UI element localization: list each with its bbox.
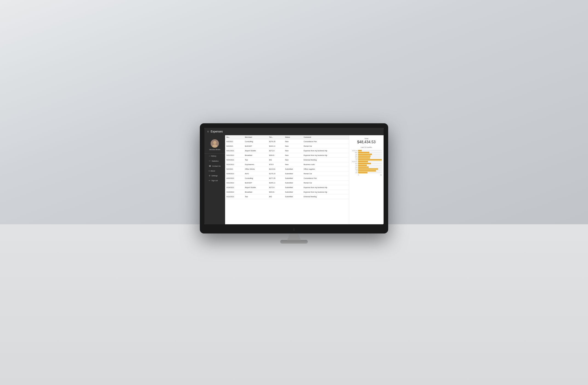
table-row[interactable]: 4/19/2021 Airport Shuttle $272.8 Submitt… bbox=[225, 185, 349, 190]
sidebar: Veronica Brown ○History〜Statistics☎Conta… bbox=[204, 135, 225, 224]
bar-track bbox=[358, 161, 382, 162]
cell-comment: Business suits bbox=[302, 162, 349, 167]
sidebar-label-about: About bbox=[210, 170, 215, 172]
bar-fill bbox=[358, 150, 362, 151]
cell-total: $175.15 bbox=[268, 171, 284, 176]
bar-row: Mar bbox=[351, 155, 382, 157]
table-row[interactable]: 5/12/2021 Drycleaners $79.9 New Business… bbox=[225, 162, 349, 167]
bar-label: Feb bbox=[351, 157, 357, 159]
bar-fill bbox=[358, 154, 372, 155]
app-title: Expenses bbox=[211, 130, 223, 133]
bar-label: May bbox=[351, 152, 357, 153]
top-bar: ≡ Expenses bbox=[204, 128, 384, 135]
cell-status: Submitted bbox=[284, 171, 302, 176]
cell-date: 4/21/2021 bbox=[225, 181, 243, 185]
bar-fill bbox=[358, 155, 371, 157]
cell-status: Submitted bbox=[284, 167, 302, 171]
bar-row: Nov bbox=[351, 163, 382, 164]
cell-merchant: AVIS bbox=[243, 171, 268, 176]
cell-comment: External Meeting bbox=[302, 158, 349, 162]
table-section[interactable]: Da...MerchantTot...StatusComment 6/3/202… bbox=[225, 135, 349, 224]
bar-label: 2019 Dec bbox=[351, 161, 357, 162]
bar-track bbox=[358, 154, 382, 155]
cell-status: Submitted bbox=[284, 176, 302, 181]
cell-status: New bbox=[284, 139, 302, 144]
cell-merchant: Airport Shuttle bbox=[243, 185, 268, 190]
cell-comment: Expense from my business trip bbox=[302, 190, 349, 194]
bar-track bbox=[358, 152, 382, 153]
sidebar-item-about[interactable]: ℹAbout bbox=[207, 168, 222, 173]
main-content: Da...MerchantTot...StatusComment 6/3/202… bbox=[225, 135, 384, 224]
cell-merchant: BUDGET bbox=[243, 181, 268, 185]
cell-total: $79.9 bbox=[268, 162, 284, 167]
bar-row: Oct bbox=[351, 165, 382, 166]
table-row[interactable]: 4/22/2021 Consulting $277.35 Submitted C… bbox=[225, 176, 349, 181]
sidebar-item-settings[interactable]: ⚙Settings bbox=[207, 173, 222, 178]
cell-date: 4/19/2021 bbox=[225, 190, 243, 194]
table-row[interactable]: 4/19/2021 Breakfast $29.61 Submitted Exp… bbox=[225, 190, 349, 194]
cell-date: 5/24/2021 bbox=[225, 158, 243, 162]
bar-row: Jun bbox=[351, 172, 382, 173]
user-name: Veronica Brown bbox=[209, 148, 220, 151]
bar-fill bbox=[358, 170, 376, 171]
bar-row: Sep bbox=[351, 166, 382, 168]
cell-merchant: Consulting bbox=[243, 139, 268, 144]
bar-track bbox=[358, 155, 382, 157]
table-row[interactable]: 5/24/2021 Taxi $41 New External Meeting bbox=[225, 158, 349, 162]
bar-track bbox=[358, 168, 382, 170]
cell-merchant: Taxi bbox=[243, 158, 268, 162]
menu-icon[interactable]: ≡ bbox=[207, 130, 209, 133]
bar-fill bbox=[358, 161, 368, 162]
bar-label: Mar bbox=[351, 155, 357, 157]
cell-merchant: Breakfast bbox=[243, 190, 268, 194]
signout-icon: ↩ bbox=[209, 180, 210, 182]
bar-label: Jun bbox=[351, 172, 357, 173]
cell-merchant: Airport Shuttle bbox=[243, 148, 268, 153]
cell-date: 5/31/2021 bbox=[225, 148, 243, 153]
bar-row: Jan bbox=[351, 159, 382, 161]
table-row[interactable]: 4/12/2021 Taxi $42 Submitted External Me… bbox=[225, 194, 349, 199]
cell-merchant: Taxi bbox=[243, 194, 268, 199]
bar-fill bbox=[358, 168, 378, 170]
cell-total: $29.61 bbox=[268, 190, 284, 194]
cell-date: 4/29/2021 bbox=[225, 171, 243, 176]
cell-status: Submitted bbox=[284, 190, 302, 194]
bar-track bbox=[358, 170, 382, 171]
cell-merchant: BUDGET bbox=[243, 144, 268, 148]
bar-track bbox=[358, 166, 382, 168]
cell-status: New bbox=[284, 158, 302, 162]
table-row[interactable]: 6/2/2021 BUDGET $244.11 New Rental Car bbox=[225, 144, 349, 148]
cell-comment: External Meeting bbox=[302, 194, 349, 199]
bar-chart: 2019 Jun May Apr Mar Feb Jan 2019 Dec bbox=[351, 150, 382, 173]
contact-icon: ☎ bbox=[209, 165, 211, 167]
cell-total: $277.35 bbox=[268, 176, 284, 181]
bar-row: 2019 Dec bbox=[351, 161, 382, 162]
cell-merchant: Consulting bbox=[243, 176, 268, 181]
sidebar-label-history: History bbox=[211, 155, 216, 157]
bar-fill bbox=[358, 152, 369, 153]
svg-point-1 bbox=[213, 141, 216, 144]
cell-total: $272.8 bbox=[268, 185, 284, 190]
table-row[interactable]: 5/31/2021 Breakfast $28.61 New Expense f… bbox=[225, 153, 349, 158]
table-row[interactable]: 4/21/2021 BUDGET $245.11 Submitted Renta… bbox=[225, 181, 349, 185]
table-row[interactable]: 5/2/2021 Office Works $213.81 Submitted … bbox=[225, 167, 349, 171]
bar-label: Apr bbox=[351, 154, 357, 155]
sidebar-label-statistics: Statistics bbox=[211, 160, 218, 162]
col-header-tot: Tot... bbox=[268, 135, 284, 139]
sidebar-item-signout[interactable]: ↩Sign out bbox=[207, 178, 222, 183]
monitor-stand bbox=[287, 233, 301, 240]
bar-label: Sep bbox=[351, 166, 357, 168]
table-row[interactable]: 6/3/2021 Consulting $276.35 New Consulta… bbox=[225, 139, 349, 144]
cell-date: 6/3/2021 bbox=[225, 139, 243, 144]
sidebar-item-history[interactable]: ○History bbox=[207, 154, 222, 158]
cell-total: $244.11 bbox=[268, 144, 284, 148]
bar-label: Aug bbox=[351, 168, 357, 170]
sidebar-item-contact[interactable]: ☎Contact Us bbox=[207, 164, 222, 168]
table-row[interactable]: 4/29/2021 AVIS $175.15 Submitted Rental … bbox=[225, 171, 349, 176]
desk bbox=[0, 224, 588, 385]
table-row[interactable]: 5/31/2021 Airport Shuttle $271.8 New Exp… bbox=[225, 148, 349, 153]
monitor-base bbox=[280, 240, 308, 243]
about-icon: ℹ bbox=[209, 170, 210, 172]
sidebar-item-statistics[interactable]: 〜Statistics bbox=[207, 158, 222, 164]
x-label-5k: 5K bbox=[380, 174, 382, 176]
